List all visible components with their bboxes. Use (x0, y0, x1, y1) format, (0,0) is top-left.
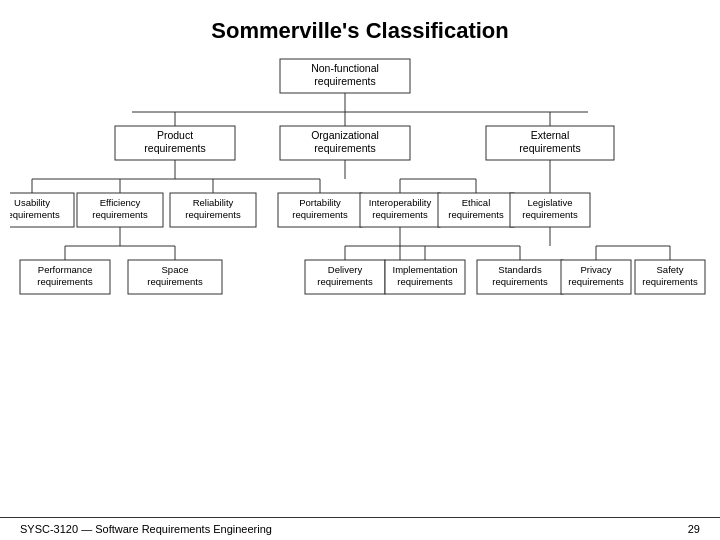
svg-text:Efficiency: Efficiency (100, 197, 141, 208)
svg-text:Product: Product (157, 129, 193, 141)
svg-text:Implementation: Implementation (393, 264, 458, 275)
svg-text:requirements: requirements (519, 142, 580, 154)
svg-text:requirements: requirements (314, 75, 375, 87)
svg-text:Safety: Safety (657, 264, 684, 275)
diagram: Non-functional requirements Product requ… (10, 54, 710, 424)
svg-text:requirements: requirements (10, 209, 60, 220)
svg-text:Portability: Portability (299, 197, 341, 208)
svg-text:requirements: requirements (642, 276, 698, 287)
svg-text:External: External (531, 129, 570, 141)
svg-text:Ethical: Ethical (462, 197, 491, 208)
svg-text:requirements: requirements (147, 276, 203, 287)
svg-text:requirements: requirements (372, 209, 428, 220)
svg-text:Organizational: Organizational (311, 129, 379, 141)
footer-right: 29 (688, 523, 700, 535)
svg-text:requirements: requirements (185, 209, 241, 220)
svg-text:requirements: requirements (492, 276, 548, 287)
footer: SYSC-3120 — Software Requirements Engine… (0, 517, 720, 540)
svg-text:requirements: requirements (144, 142, 205, 154)
svg-text:Delivery: Delivery (328, 264, 363, 275)
svg-text:Privacy: Privacy (580, 264, 611, 275)
svg-text:requirements: requirements (37, 276, 93, 287)
svg-text:Space: Space (162, 264, 189, 275)
svg-text:requirements: requirements (448, 209, 504, 220)
svg-text:Legislative: Legislative (528, 197, 573, 208)
svg-text:Usability: Usability (14, 197, 50, 208)
svg-text:requirements: requirements (568, 276, 624, 287)
svg-text:requirements: requirements (397, 276, 453, 287)
svg-text:Non-functional: Non-functional (311, 62, 379, 74)
svg-text:requirements: requirements (317, 276, 373, 287)
svg-text:Standards: Standards (498, 264, 542, 275)
svg-text:requirements: requirements (522, 209, 578, 220)
svg-text:requirements: requirements (292, 209, 348, 220)
footer-left: SYSC-3120 — Software Requirements Engine… (20, 523, 272, 535)
page-title: Sommerville's Classification (0, 0, 720, 54)
svg-text:Reliability: Reliability (193, 197, 234, 208)
svg-text:requirements: requirements (92, 209, 148, 220)
svg-text:requirements: requirements (314, 142, 375, 154)
svg-text:Interoperability: Interoperability (369, 197, 432, 208)
svg-text:Performance: Performance (38, 264, 92, 275)
